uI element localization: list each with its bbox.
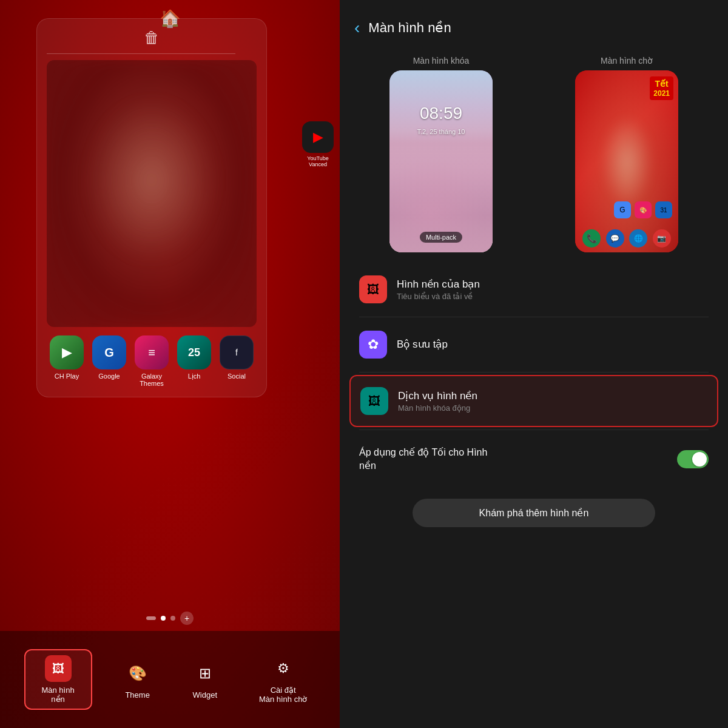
dock-item-settings[interactable]: ⚙ Cài đặt Màn hình chờ xyxy=(251,650,316,709)
lock-date: T.2, 25 tháng 10 xyxy=(417,128,465,135)
app-icons-row: ▶ CH Play G Google ≡ Galaxy Themes 25 Lị… xyxy=(47,335,257,387)
theme-dock-icon: 🎨 xyxy=(124,660,151,687)
trash-icon[interactable]: 🗑 xyxy=(144,29,160,47)
collection-title: Bộ sưu tập xyxy=(397,338,709,351)
separator-3 xyxy=(359,430,709,430)
mini-icon-1: G xyxy=(614,201,631,218)
settings-dock-icon: ⚙ xyxy=(270,655,297,682)
divider xyxy=(47,53,235,54)
toggle-knob xyxy=(692,452,707,467)
home-screen-label: Màn hình chờ xyxy=(601,56,653,66)
blurred-face xyxy=(89,100,215,260)
lock-time: 08:59 xyxy=(420,104,462,123)
back-button[interactable]: ‹ xyxy=(354,18,360,38)
hinh-nen-icon: 🖼 xyxy=(359,275,387,303)
app-icon-lich[interactable]: 25 Lịch xyxy=(177,335,211,387)
dots-indicator: + xyxy=(146,612,194,625)
widget-dock-label: Widget xyxy=(193,690,217,699)
galaxy-label: Galaxy Themes xyxy=(140,372,164,387)
google-icon: G xyxy=(92,335,126,369)
cherry-blossoms-shape xyxy=(389,149,493,240)
lich-icon: 25 xyxy=(177,335,211,369)
lich-label: Lịch xyxy=(188,372,201,380)
mini-icon-2: 🎨 xyxy=(635,201,652,218)
bottom-dock: 🖼 Màn hình nền 🎨 Theme ⊞ Widget ⚙ Cài đặ… xyxy=(0,631,340,728)
youtube-icon: ▶ xyxy=(302,121,334,153)
menu-item-service[interactable]: 🖼 Dịch vụ hình nền Màn hình khóa động xyxy=(349,375,718,427)
service-text: Dịch vụ hình nền Màn hình khóa động xyxy=(398,389,707,413)
app-icon-google[interactable]: G Google xyxy=(92,335,126,387)
hinh-nen-subtitle: Tiêu biểu và đã tải về xyxy=(397,292,709,301)
service-icon: 🖼 xyxy=(360,387,388,415)
dot-line xyxy=(146,616,156,620)
menu-section: 🖼 Hình nền của bạn Tiêu biểu và đã tải v… xyxy=(340,265,728,433)
dock-item-widget[interactable]: ⊞ Widget xyxy=(183,655,227,704)
phone-card: 🗑 ▶ CH Play G Google ≡ Galaxy Themes xyxy=(36,18,267,397)
service-title: Dịch vụ hình nền xyxy=(398,389,707,402)
explore-button[interactable]: Khám phá thêm hình nền xyxy=(413,499,655,527)
collection-text: Bộ sưu tập xyxy=(397,338,709,352)
wallpaper-previews: Màn hình khóa 08:59 T.2, 25 tháng 10 Mul… xyxy=(340,50,728,265)
app-icon-social[interactable]: f Social xyxy=(220,335,254,387)
app-icon-galaxy[interactable]: ≡ Galaxy Themes xyxy=(135,335,169,387)
dark-mode-toggle[interactable] xyxy=(677,450,709,468)
lock-screen-preview-container[interactable]: Màn hình khóa 08:59 T.2, 25 tháng 10 Mul… xyxy=(389,56,493,252)
hinh-nen-title: Hình nền của bạn xyxy=(397,278,709,291)
service-subtitle: Màn hình khóa động xyxy=(398,403,707,413)
separator-1 xyxy=(359,317,709,317)
dark-mode-text: Áp dụng chế độ Tối cho Hình nền xyxy=(359,446,667,473)
settings-dock-label: Cài đặt Màn hình chờ xyxy=(259,686,308,704)
home-screen-preview-container[interactable]: Màn hình chờ Tết 2021 G 🎨 31 📞 xyxy=(575,56,678,252)
page-title: Màn hình nền xyxy=(368,20,451,36)
tet-line1: Tết xyxy=(653,79,670,89)
google-label: Google xyxy=(98,372,120,380)
youtube-label: YouTube Vanced xyxy=(307,155,328,167)
menu-item-hinh-nen[interactable]: 🖼 Hình nền của bạn Tiêu biểu và đã tải v… xyxy=(349,265,718,314)
chplay-label: CH Play xyxy=(55,372,79,380)
social-icon: f xyxy=(220,335,254,369)
wallpaper-dock-icon: 🖼 xyxy=(45,655,72,682)
home-screen-phone: Tết 2021 G 🎨 31 📞 💬 🌐 📷 xyxy=(575,70,678,252)
dot-inactive xyxy=(170,616,175,621)
lock-screen-label: Màn hình khóa xyxy=(413,56,470,66)
chat-icon: 💬 xyxy=(606,229,624,248)
browser-icon: 🌐 xyxy=(629,229,647,248)
galaxy-icon: ≡ xyxy=(135,335,169,369)
separator-2 xyxy=(359,372,709,372)
tet-banner: Tết 2021 xyxy=(650,76,673,100)
dock-item-theme[interactable]: 🎨 Theme xyxy=(116,655,160,704)
hinh-nen-text: Hình nền của bạn Tiêu biểu và đã tải về xyxy=(397,278,709,301)
dot-active xyxy=(161,616,166,621)
tet-line2: 2021 xyxy=(653,89,670,98)
social-label: Social xyxy=(228,372,246,380)
dark-mode-row: Áp dụng chế độ Tối cho Hình nền xyxy=(349,433,718,487)
media-icon: 📷 xyxy=(653,229,671,248)
menu-item-collection[interactable]: ✿ Bộ sưu tập xyxy=(349,320,718,369)
youtube-side-app[interactable]: ▶ YouTube Vanced xyxy=(302,121,334,167)
widget-dock-icon: ⊞ xyxy=(192,660,218,687)
right-header: ‹ Màn hình nền xyxy=(340,0,728,50)
wallpaper-dock-label: Màn hình nền xyxy=(34,686,83,704)
app-icon-chplay[interactable]: ▶ CH Play xyxy=(50,335,84,387)
home-app-icons: G 🎨 31 xyxy=(575,198,678,222)
theme-dock-label: Theme xyxy=(125,690,149,699)
add-page-button[interactable]: + xyxy=(180,612,194,625)
explore-section: Khám phá thêm hình nền xyxy=(340,487,728,545)
home-bottom-icons: 📞 💬 🌐 📷 xyxy=(575,229,678,248)
lock-screen-phone: 08:59 T.2, 25 tháng 10 Multi-pack xyxy=(389,70,493,252)
dock-item-wallpaper[interactable]: 🖼 Màn hình nền xyxy=(24,649,92,710)
call-icon: 📞 xyxy=(582,229,601,248)
multipack-badge: Multi-pack xyxy=(420,232,462,243)
collection-icon: ✿ xyxy=(359,331,387,359)
chplay-icon: ▶ xyxy=(50,335,84,369)
right-panel: ‹ Màn hình nền Màn hình khóa 08:59 T.2, … xyxy=(340,0,728,728)
mini-icon-3: 31 xyxy=(655,201,672,218)
left-panel: 🏠 🗑 ▶ CH Play G Google ≡ Galaxy Themes xyxy=(0,0,340,728)
